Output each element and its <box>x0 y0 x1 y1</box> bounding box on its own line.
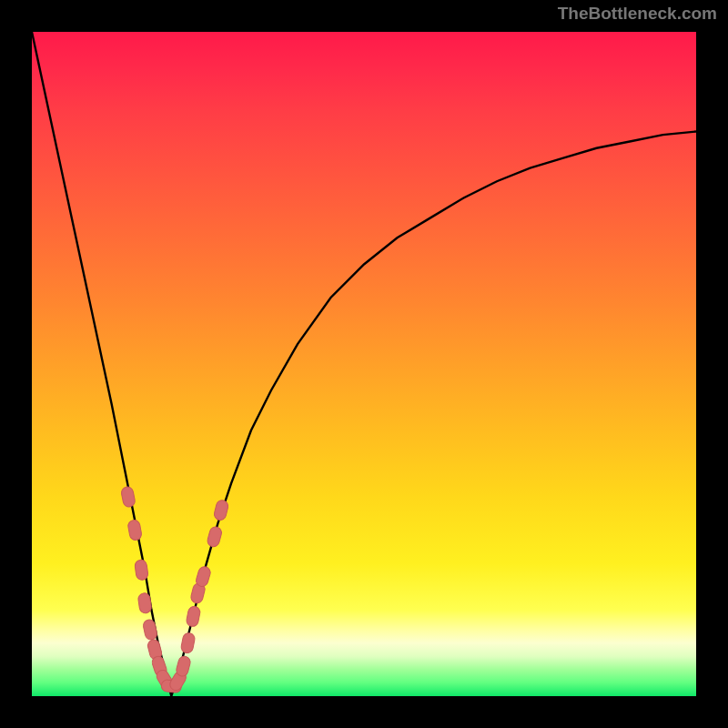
chart-frame: TheBottleneck.com <box>0 0 728 728</box>
data-marker <box>195 565 212 588</box>
data-marker <box>175 655 191 678</box>
data-marker <box>142 619 157 641</box>
plot-area <box>32 32 696 696</box>
curve-layer <box>32 32 696 696</box>
data-marker <box>135 560 149 581</box>
data-marker <box>213 499 229 521</box>
bottleneck-curve <box>32 32 696 696</box>
data-marker <box>120 486 136 508</box>
watermark-text: TheBottleneck.com <box>558 4 717 24</box>
data-markers <box>120 486 229 693</box>
data-marker <box>186 605 201 627</box>
data-marker <box>127 520 143 541</box>
data-marker <box>180 632 196 654</box>
data-marker <box>207 525 223 548</box>
